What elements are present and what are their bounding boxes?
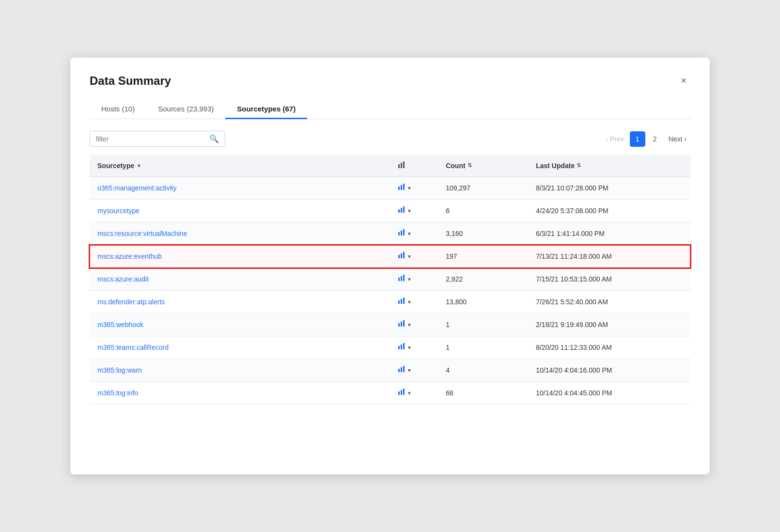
bar-chart-icon[interactable] xyxy=(398,297,406,307)
sort-icon-count: ⇅ xyxy=(468,162,472,169)
modal-title: Data Summary xyxy=(90,74,171,88)
chart-caret-icon[interactable]: ▼ xyxy=(407,254,412,259)
bar-chart-icon[interactable] xyxy=(398,388,406,398)
svg-rect-27 xyxy=(398,369,400,372)
chart-caret-icon[interactable]: ▼ xyxy=(407,322,412,328)
lastupdate-cell: 7/15/21 10:53:15.000 AM xyxy=(528,268,690,291)
sourcetype-link[interactable]: ms:defender:atp:alerts xyxy=(97,298,165,306)
svg-rect-11 xyxy=(403,229,405,235)
svg-rect-30 xyxy=(398,391,400,395)
lastupdate-cell: 8/3/21 10:07:28.000 PM xyxy=(528,177,690,200)
count-cell: 3,160 xyxy=(438,222,528,245)
sort-sourcetype[interactable]: Sourcetype ▼ xyxy=(97,162,141,170)
bar-chart-icon[interactable] xyxy=(398,343,406,352)
table-row: mysourcetype ▼ 64/24/20 5:37:08.000 PM xyxy=(90,200,690,222)
chart-cell: ▼ xyxy=(390,382,438,405)
col-header-lastupdate: Last Update ⇅ xyxy=(528,155,690,177)
chart-caret-icon[interactable]: ▼ xyxy=(407,345,412,350)
count-cell: 197 xyxy=(438,245,528,268)
chart-cell: ▼ xyxy=(390,359,438,382)
table-row: m365:teams:callRecord ▼ 18/20/20 11:12:3… xyxy=(90,336,690,359)
svg-rect-28 xyxy=(401,367,402,372)
bar-chart-icon[interactable] xyxy=(398,229,406,238)
sourcetype-link[interactable]: mscs:azure:eventhub xyxy=(97,252,162,260)
svg-rect-24 xyxy=(398,346,400,349)
sourcetype-link[interactable]: m365:log:info xyxy=(97,389,138,397)
col-header-count: Count ⇅ xyxy=(438,155,528,177)
sourcetype-link[interactable]: m365:teams:callRecord xyxy=(97,344,169,351)
svg-rect-22 xyxy=(401,322,402,327)
svg-rect-0 xyxy=(398,164,400,168)
filter-input[interactable] xyxy=(96,135,206,143)
chart-cell: ▼ xyxy=(390,177,438,200)
table-row: m365:webhook ▼ 12/18/21 9:19:49.000 AM xyxy=(90,313,690,336)
chart-cell: ▼ xyxy=(390,245,438,268)
search-box: 🔍 xyxy=(90,131,225,147)
table-row: m365:log:warn ▼ 410/14/20 4:04:16.000 PM xyxy=(90,359,690,382)
svg-rect-4 xyxy=(401,185,402,190)
sort-count[interactable]: Count ⇅ xyxy=(446,162,471,170)
count-cell: 1 xyxy=(438,313,528,336)
lastupdate-cell: 4/24/20 5:37:08.000 PM xyxy=(528,200,690,222)
tab-bar: Hosts (10) Sources (23,993) Sourcetypes … xyxy=(90,100,690,119)
chart-cell: ▼ xyxy=(390,222,438,245)
svg-rect-7 xyxy=(401,208,402,213)
lastupdate-cell: 10/14/20 4:04:45.000 PM xyxy=(528,382,690,405)
svg-rect-31 xyxy=(401,390,402,395)
chart-caret-icon[interactable]: ▼ xyxy=(407,299,412,305)
sourcetype-link[interactable]: mysourcetype xyxy=(97,207,140,215)
bar-chart-icon[interactable] xyxy=(398,274,406,284)
data-summary-modal: Data Summary × Hosts (10) Sources (23,99… xyxy=(70,58,710,474)
chart-caret-icon[interactable]: ▼ xyxy=(407,368,412,373)
bar-chart-icon[interactable] xyxy=(398,320,406,329)
count-cell: 4 xyxy=(438,359,528,382)
lastupdate-cell: 10/14/20 4:04:16.000 PM xyxy=(528,359,690,382)
tab-sources[interactable]: Sources (23,993) xyxy=(146,100,225,119)
search-icon: 🔍 xyxy=(209,134,219,143)
chart-caret-icon[interactable]: ▼ xyxy=(407,231,412,236)
chart-caret-icon[interactable]: ▼ xyxy=(407,186,412,191)
bar-chart-icon[interactable] xyxy=(398,183,406,193)
chart-caret-icon[interactable]: ▼ xyxy=(407,277,412,282)
svg-rect-25 xyxy=(401,344,402,349)
sourcetype-link[interactable]: mscs:azure:audit xyxy=(97,275,149,283)
next-button[interactable]: Next › xyxy=(665,133,690,145)
bar-chart-icon[interactable] xyxy=(398,365,406,375)
count-cell: 13,800 xyxy=(438,291,528,313)
page-1-button[interactable]: 1 xyxy=(630,131,645,147)
table-row: mscs:resource:virtualMachine ▼ 3,1606/3/… xyxy=(90,222,690,245)
sort-lastupdate[interactable]: Last Update ⇅ xyxy=(536,162,581,170)
svg-rect-15 xyxy=(398,278,400,281)
chart-caret-icon[interactable]: ▼ xyxy=(407,391,412,396)
count-cell: 6 xyxy=(438,200,528,222)
count-cell: 109,297 xyxy=(438,177,528,200)
lastupdate-cell: 6/3/21 1:41:14.000 PM xyxy=(528,222,690,245)
sourcetype-link[interactable]: m365:log:warn xyxy=(97,366,142,374)
svg-rect-3 xyxy=(398,187,400,190)
sort-icon-lastupdate: ⇅ xyxy=(577,162,581,169)
table-row: mscs:azure:audit ▼ 2,9227/15/21 10:53:15… xyxy=(90,268,690,291)
close-button[interactable]: × xyxy=(677,73,690,88)
tab-sourcetypes[interactable]: Sourcetypes (67) xyxy=(225,100,307,119)
prev-button[interactable]: ‹ Prev xyxy=(602,133,627,145)
table-row: ms:defender:atp:alerts ▼ 13,8007/26/21 5… xyxy=(90,291,690,313)
svg-rect-16 xyxy=(401,276,402,281)
svg-rect-17 xyxy=(403,275,405,281)
sourcetype-link[interactable]: m365:webhook xyxy=(97,321,143,329)
chart-caret-icon[interactable]: ▼ xyxy=(407,208,412,214)
svg-rect-6 xyxy=(398,209,400,213)
col-header-sourcetype: Sourcetype ▼ xyxy=(90,155,390,177)
svg-rect-29 xyxy=(403,366,405,372)
tab-hosts[interactable]: Hosts (10) xyxy=(90,100,146,119)
svg-rect-10 xyxy=(401,231,402,235)
chart-cell: ▼ xyxy=(390,291,438,313)
lastupdate-cell: 2/18/21 9:19:49.000 AM xyxy=(528,313,690,336)
sourcetype-link[interactable]: mscs:resource:virtualMachine xyxy=(97,230,187,237)
svg-rect-18 xyxy=(398,300,400,304)
chart-cell: ▼ xyxy=(390,200,438,222)
sourcetypes-table: Sourcetype ▼ Count xyxy=(90,155,690,405)
page-2-button[interactable]: 2 xyxy=(647,131,663,147)
bar-chart-icon[interactable] xyxy=(398,206,406,216)
sourcetype-link[interactable]: o365:management:activity xyxy=(97,184,176,192)
bar-chart-icon[interactable] xyxy=(398,251,406,261)
